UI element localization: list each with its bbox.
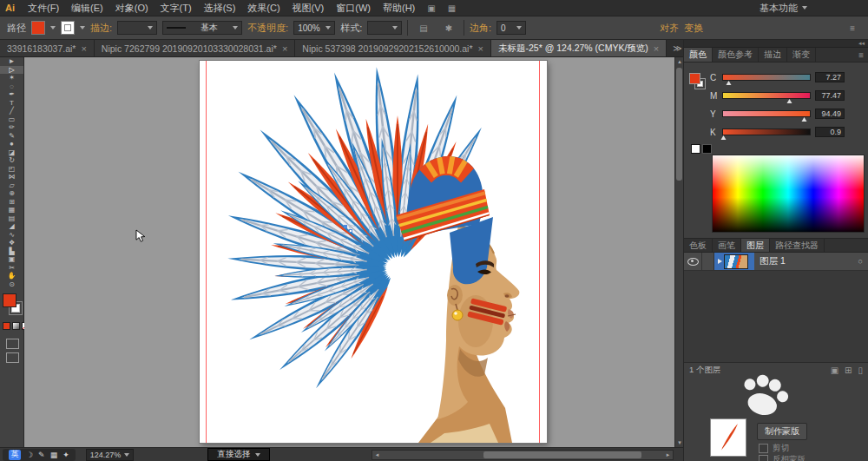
black-slider[interactable] <box>722 128 811 135</box>
scale-tool[interactable]: ◰ <box>0 165 23 174</box>
tab-gradient[interactable]: 渐变 <box>787 48 816 62</box>
scroll-left-icon[interactable]: ◂ <box>372 451 382 459</box>
opacity-panel-link[interactable]: 不透明度: <box>247 22 288 35</box>
current-tool-indicator[interactable]: 直接选择 <box>207 448 270 461</box>
new-layer-icon[interactable]: ⊞ <box>845 366 852 375</box>
direct-selection-tool[interactable]: ▷ <box>0 66 23 75</box>
fill-color-swatch[interactable] <box>31 21 45 35</box>
screen-mode-button[interactable] <box>6 352 19 363</box>
menu-item-help[interactable]: 帮助(H) <box>377 2 421 15</box>
menu-item-edit[interactable]: 编辑(E) <box>65 2 109 15</box>
width-tool[interactable]: ⋈ <box>0 173 23 181</box>
gradient-button[interactable] <box>12 322 20 330</box>
tab-color-guide[interactable]: 颜色参考 <box>713 48 759 62</box>
close-icon[interactable]: × <box>81 43 86 54</box>
dock-header[interactable]: ◂◂ <box>684 40 868 48</box>
fill-stroke-indicator[interactable] <box>3 293 22 316</box>
style-dropdown[interactable] <box>367 21 402 35</box>
yellow-slider-marker[interactable] <box>802 117 807 122</box>
control-panel-menu-icon[interactable]: ≡ <box>850 23 855 33</box>
paintbrush-tool[interactable]: ✏ <box>0 123 23 132</box>
menu-item-object[interactable]: 对象(O) <box>109 2 155 15</box>
corner-link[interactable]: 边角: <box>470 22 491 35</box>
mesh-tool[interactable]: ▦ <box>0 206 23 214</box>
invert-mask-checkbox[interactable] <box>759 455 768 461</box>
cyan-slider[interactable] <box>722 74 811 81</box>
horizontal-scrollbar[interactable]: ◂ ▸ <box>372 450 674 460</box>
type-tool[interactable]: T <box>0 99 23 108</box>
layer-name[interactable]: 图层 1 <box>754 253 786 270</box>
transform-panel-link[interactable]: 变换 <box>684 22 703 35</box>
blob-brush-tool[interactable]: ● <box>0 140 23 148</box>
clip-checkbox[interactable] <box>759 444 768 453</box>
document-tab[interactable]: Nipic 537398 20190929202152610000.ai* × <box>295 40 491 56</box>
gradient-tool[interactable]: ▤ <box>0 214 23 223</box>
scroll-right-icon[interactable]: ▸ <box>663 451 673 459</box>
black-slider-marker[interactable] <box>721 135 727 140</box>
menu-item-type[interactable]: 文字(T) <box>155 2 198 15</box>
pencil-tool[interactable]: ✎ <box>0 132 23 141</box>
document-tab[interactable]: Nipic 7262799 20190920103330028031.ai* × <box>95 40 295 56</box>
stroke-color-swatch[interactable] <box>61 21 75 35</box>
close-icon[interactable]: × <box>654 43 659 54</box>
symbol-sprayer-tool[interactable]: ❖ <box>0 239 23 247</box>
eyedropper-tool[interactable]: ◢ <box>0 222 23 231</box>
tab-swatches[interactable]: 色板 <box>684 239 713 252</box>
black-value[interactable]: 0.9 <box>815 127 845 137</box>
horizontal-scrollbar-thumb[interactable] <box>483 451 641 458</box>
visibility-toggle[interactable] <box>684 253 702 270</box>
shape-builder-tool[interactable]: ⊕ <box>0 189 23 198</box>
yellow-slider[interactable] <box>722 110 811 117</box>
color-spectrum[interactable] <box>712 155 865 233</box>
eraser-tool[interactable]: ◪ <box>0 148 23 157</box>
menu-item-view[interactable]: 视图(V) <box>286 2 331 15</box>
free-transform-tool[interactable]: ▱ <box>0 181 23 190</box>
magenta-slider[interactable] <box>722 92 811 99</box>
panel-fill-swatch[interactable] <box>689 73 700 84</box>
brush-definition-dropdown[interactable]: 基本 <box>162 21 242 35</box>
pen-tool[interactable]: ✒ <box>0 90 23 99</box>
ime-settings-icon[interactable]: ✦ <box>62 451 69 459</box>
close-icon[interactable]: × <box>282 43 287 54</box>
app-logo[interactable]: Ai <box>5 3 15 13</box>
close-icon[interactable]: × <box>478 43 483 54</box>
tab-pathfinder[interactable]: 路径查找器 <box>770 239 825 252</box>
ime-halfwidth-icon[interactable]: ☽ <box>26 451 33 459</box>
perspective-grid-tool[interactable]: ⊞ <box>0 198 23 207</box>
layer-selected-block[interactable] <box>714 253 754 270</box>
artboard[interactable] <box>200 61 547 443</box>
stroke-panel-link[interactable]: 描边: <box>90 22 112 35</box>
make-clip-mask-icon[interactable]: ▣ <box>831 366 838 375</box>
vertical-scrollbar[interactable]: ▴ ▾ <box>674 57 683 447</box>
stroke-chevron-icon[interactable] <box>80 26 85 30</box>
document-tab[interactable]: 33916183037.ai* × <box>0 40 95 56</box>
fill-chevron-icon[interactable] <box>50 26 56 30</box>
tab-stroke[interactable]: 描边 <box>759 48 787 62</box>
line-segment-tool[interactable]: ╱ <box>0 107 23 115</box>
corner-value-box[interactable]: 0 <box>496 21 526 35</box>
lock-toggle[interactable] <box>702 253 714 270</box>
delete-layer-icon[interactable]: ▯ <box>858 366 863 375</box>
ime-language-toggle[interactable]: 英 <box>9 450 21 460</box>
blend-tool[interactable]: ∿ <box>0 231 23 240</box>
magic-wand-tool[interactable]: ✶ <box>0 74 23 82</box>
layer-row[interactable]: 图层 1 ○ <box>684 253 868 271</box>
yellow-value[interactable]: 94.49 <box>815 109 845 119</box>
collapse-panels-icon[interactable]: ◂◂ <box>858 40 865 47</box>
tab-color[interactable]: 颜色 <box>684 48 713 62</box>
black-chip[interactable] <box>702 144 712 154</box>
zoom-tool[interactable]: ⊙ <box>0 280 23 289</box>
scroll-up-icon[interactable]: ▴ <box>675 57 683 66</box>
document-setup-icon[interactable]: ▤ <box>419 23 427 33</box>
column-graph-tool[interactable]: ▙ <box>0 247 23 256</box>
rotate-tool[interactable]: ↻ <box>0 156 23 165</box>
fill-proxy-swatch[interactable] <box>3 293 16 307</box>
magenta-slider-marker[interactable] <box>787 99 792 103</box>
menu-item-window[interactable]: 窗口(W) <box>330 2 377 15</box>
preferences-icon[interactable]: ✱ <box>445 23 452 33</box>
cyan-value[interactable]: 7.27 <box>815 72 845 82</box>
selection-tool[interactable]: ► <box>0 57 23 66</box>
stroke-width-dropdown[interactable] <box>117 21 157 35</box>
menu-item-file[interactable]: 文件(F) <box>22 2 65 15</box>
vertical-scrollbar-thumb[interactable] <box>676 68 682 181</box>
